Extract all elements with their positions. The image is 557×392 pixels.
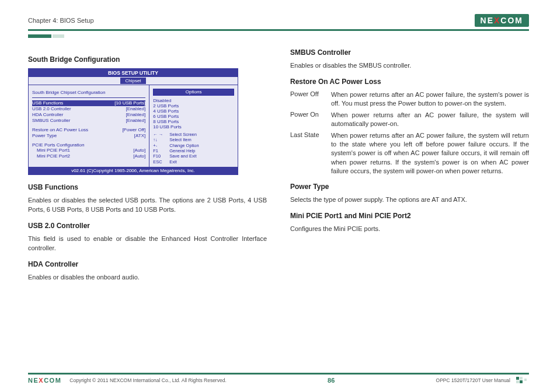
heading-mpcie: Mini PCIE Port1 and Mini PCIE Port2 [290, 212, 529, 220]
heading-restore: Restore On AC Power Loss [290, 78, 529, 86]
page-number: 86 [328, 377, 335, 384]
para-hda: Enables or disables the onboard audio. [28, 273, 267, 282]
para-smbus: Enables or disables the SMBUS controller… [290, 61, 529, 71]
bios-option: 4 USB Ports [153, 108, 234, 114]
heading-south-bridge: South Bridge Configuration [28, 55, 267, 64]
para-usb-functions: Enables or disables the selected USB por… [28, 196, 267, 215]
bios-options-title: Options [153, 89, 234, 96]
bios-titlebar: BIOS SETUP UTILITY [29, 69, 238, 77]
bios-right-pane: Options Disabled 2 USB Ports 4 USB Ports… [149, 85, 238, 167]
bios-left-pane: South Bridge Chipset Configuration USB F… [29, 85, 149, 167]
bios-row-restore[interactable]: Restore on AC Power Loss [Power Off] [32, 127, 145, 133]
bios-row-mpcie1[interactable]: Mini PCIE Port1 [Auto] [32, 148, 145, 153]
bios-option: 8 USB Ports [153, 119, 234, 124]
page-footer: NEXCOM Copyright © 2011 NEXCOM Internati… [28, 373, 529, 384]
heading-hda: HDA Controller [28, 260, 267, 268]
bios-row-powertype[interactable]: Power Type [ATX] [32, 133, 145, 139]
restore-poweroff: Power Off When power returns after an AC… [290, 90, 529, 108]
nexcom-logo-bottom: NEXCOM [28, 377, 61, 384]
footer-squares-icon [516, 377, 529, 384]
bios-option: 10 USB Ports [153, 124, 234, 130]
bios-row-smbus[interactable]: SMBUS Controller [Enabled] [32, 118, 145, 124]
para-usb20: This field is used to enable or disable … [28, 235, 267, 253]
right-column: SMBUS Controller Enables or disables the… [290, 48, 529, 287]
left-column: South Bridge Configuration BIOS SETUP UT… [28, 48, 267, 287]
bios-row-usb-functions[interactable]: USB Functions [10 USB Ports] [32, 100, 145, 106]
bios-copyright: v02.61 (C)Copyright 1985-2006, American … [29, 167, 238, 174]
bios-tabs: Chipset [29, 77, 238, 85]
chapter-label: Chapter 4: BIOS Setup [28, 17, 94, 24]
bios-row-usb20[interactable]: USB 2.0 Controller [Enabled] [32, 106, 145, 112]
page-header: Chapter 4: BIOS Setup NEXCOM [28, 14, 529, 31]
bios-tab-chipset[interactable]: Chipset [120, 78, 145, 84]
header-accent [28, 34, 529, 38]
para-powertype: Selects the type of power supply. The op… [290, 195, 529, 205]
restore-poweron: Power On When power returns after an AC … [290, 111, 529, 129]
heading-usb20: USB 2.0 Controller [28, 222, 267, 230]
bios-option: 2 USB Ports [153, 103, 234, 108]
bios-section-head: South Bridge Chipset Configuration [32, 88, 145, 98]
content: South Bridge Configuration BIOS SETUP UT… [28, 48, 529, 287]
footer-manual: OPPC 1520T/1720T User Manual [436, 377, 510, 383]
restore-definitions: Power Off When power returns after an AC… [290, 90, 529, 176]
bios-row-mpcie2[interactable]: Mini PCIE Port2 [Auto] [32, 153, 145, 159]
heading-usb-functions: USB Functions [28, 183, 267, 191]
para-mpcie: Configures the Mini PCIE ports. [290, 225, 529, 234]
heading-powertype: Power Type [290, 183, 529, 191]
bios-pcie-head: PCIE Ports Configuration [32, 142, 145, 148]
bios-option: Disabled [153, 98, 234, 103]
heading-smbus: SMBUS Controller [290, 48, 529, 57]
bios-help-keys: ← →Select Screen ↑↓Select Item +-Change … [153, 132, 234, 164]
bios-row-hda[interactable]: HDA Controller [Enabled] [32, 112, 145, 118]
footer-copyright: Copyright © 2011 NEXCOM International Co… [69, 377, 226, 383]
restore-laststate: Last State When power returns after an A… [290, 131, 529, 176]
bios-utility-box: BIOS SETUP UTILITY Chipset South Bridge … [28, 68, 238, 175]
bios-option: 6 USB Ports [153, 114, 234, 119]
nexcom-logo-top: NEXCOM [475, 14, 529, 27]
